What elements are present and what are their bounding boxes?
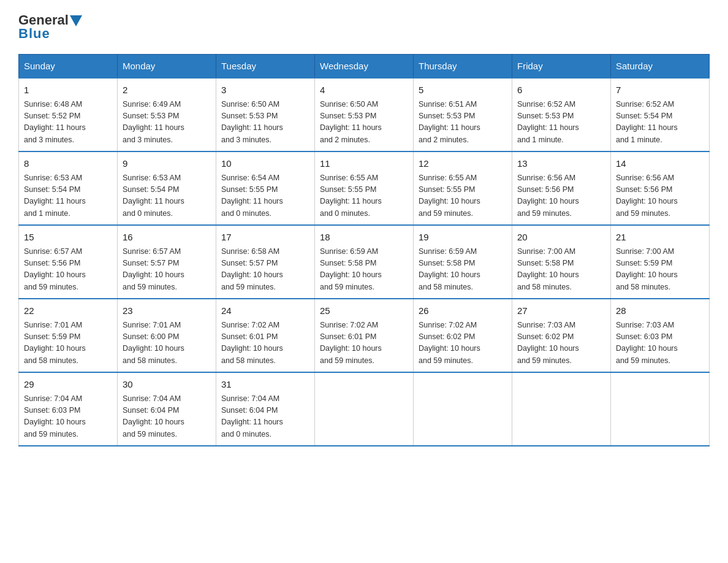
calendar-cell <box>611 372 710 446</box>
day-number: 21 <box>616 231 704 245</box>
day-number: 25 <box>320 304 408 318</box>
day-info: Sunrise: 6:55 AM Sunset: 5:55 PM Dayligh… <box>419 172 507 220</box>
day-info: Sunrise: 6:53 AM Sunset: 5:54 PM Dayligh… <box>123 172 211 220</box>
calendar-cell: 26Sunrise: 7:02 AM Sunset: 6:02 PM Dayli… <box>414 299 512 372</box>
calendar-cell: 15Sunrise: 6:57 AM Sunset: 5:56 PM Dayli… <box>19 225 118 299</box>
weekday-header-sunday: Sunday <box>19 55 118 79</box>
weekday-header-tuesday: Tuesday <box>216 55 315 79</box>
day-info: Sunrise: 6:55 AM Sunset: 5:55 PM Dayligh… <box>320 172 408 220</box>
day-info: Sunrise: 7:04 AM Sunset: 6:03 PM Dayligh… <box>24 393 112 441</box>
calendar-cell: 3Sunrise: 6:50 AM Sunset: 5:53 PM Daylig… <box>216 78 315 151</box>
day-number: 11 <box>320 157 408 171</box>
day-number: 2 <box>123 83 211 98</box>
calendar-cell: 19Sunrise: 6:59 AM Sunset: 5:58 PM Dayli… <box>414 225 512 299</box>
day-info: Sunrise: 7:02 AM Sunset: 6:01 PM Dayligh… <box>320 320 408 367</box>
day-number: 24 <box>221 304 309 318</box>
day-number: 18 <box>320 231 408 245</box>
calendar-cell: 9Sunrise: 6:53 AM Sunset: 5:54 PM Daylig… <box>118 151 216 225</box>
day-info: Sunrise: 7:03 AM Sunset: 6:02 PM Dayligh… <box>517 320 605 367</box>
logo: General Blue <box>18 12 82 42</box>
day-info: Sunrise: 7:02 AM Sunset: 6:02 PM Dayligh… <box>419 320 507 367</box>
weekday-header-friday: Friday <box>512 55 611 79</box>
calendar-cell: 13Sunrise: 6:56 AM Sunset: 5:56 PM Dayli… <box>512 151 611 225</box>
calendar-cell <box>414 372 512 446</box>
day-number: 20 <box>517 231 605 245</box>
day-number: 9 <box>123 157 211 171</box>
weekday-header-row: SundayMondayTuesdayWednesdayThursdayFrid… <box>19 55 710 79</box>
calendar-cell: 31Sunrise: 7:04 AM Sunset: 6:04 PM Dayli… <box>216 372 315 446</box>
calendar-cell: 30Sunrise: 7:04 AM Sunset: 6:04 PM Dayli… <box>118 372 216 446</box>
day-info: Sunrise: 7:01 AM Sunset: 6:00 PM Dayligh… <box>123 320 211 367</box>
day-info: Sunrise: 6:54 AM Sunset: 5:55 PM Dayligh… <box>221 172 309 220</box>
calendar-cell: 16Sunrise: 6:57 AM Sunset: 5:57 PM Dayli… <box>118 225 216 299</box>
calendar-cell: 8Sunrise: 6:53 AM Sunset: 5:54 PM Daylig… <box>19 151 118 225</box>
day-info: Sunrise: 7:00 AM Sunset: 5:58 PM Dayligh… <box>517 246 605 294</box>
day-info: Sunrise: 6:57 AM Sunset: 5:56 PM Dayligh… <box>24 246 112 294</box>
day-info: Sunrise: 6:59 AM Sunset: 5:58 PM Dayligh… <box>419 246 507 294</box>
calendar-cell: 2Sunrise: 6:49 AM Sunset: 5:53 PM Daylig… <box>118 78 216 151</box>
day-info: Sunrise: 7:04 AM Sunset: 6:04 PM Dayligh… <box>221 393 309 441</box>
calendar-cell: 25Sunrise: 7:02 AM Sunset: 6:01 PM Dayli… <box>315 299 414 372</box>
day-info: Sunrise: 6:56 AM Sunset: 5:56 PM Dayligh… <box>517 172 605 220</box>
calendar-cell: 7Sunrise: 6:52 AM Sunset: 5:54 PM Daylig… <box>611 78 710 151</box>
day-number: 6 <box>517 83 605 98</box>
day-number: 27 <box>517 304 605 318</box>
page-header: General Blue <box>18 12 710 42</box>
calendar-week-row: 1Sunrise: 6:48 AM Sunset: 5:52 PM Daylig… <box>19 78 710 151</box>
day-info: Sunrise: 7:04 AM Sunset: 6:04 PM Dayligh… <box>123 393 211 441</box>
calendar-cell: 17Sunrise: 6:58 AM Sunset: 5:57 PM Dayli… <box>216 225 315 299</box>
calendar-table: SundayMondayTuesdayWednesdayThursdayFrid… <box>18 54 710 446</box>
calendar-cell: 22Sunrise: 7:01 AM Sunset: 5:59 PM Dayli… <box>19 299 118 372</box>
day-number: 19 <box>419 231 507 245</box>
day-number: 15 <box>24 231 112 245</box>
calendar-cell: 4Sunrise: 6:50 AM Sunset: 5:53 PM Daylig… <box>315 78 414 151</box>
day-number: 23 <box>123 304 211 318</box>
day-info: Sunrise: 6:48 AM Sunset: 5:52 PM Dayligh… <box>24 99 112 147</box>
day-info: Sunrise: 6:57 AM Sunset: 5:57 PM Dayligh… <box>123 246 211 294</box>
day-number: 1 <box>24 83 112 98</box>
calendar-cell: 20Sunrise: 7:00 AM Sunset: 5:58 PM Dayli… <box>512 225 611 299</box>
day-number: 10 <box>221 157 309 171</box>
day-number: 4 <box>320 83 408 98</box>
day-info: Sunrise: 6:50 AM Sunset: 5:53 PM Dayligh… <box>320 99 408 147</box>
calendar-cell: 14Sunrise: 6:56 AM Sunset: 5:56 PM Dayli… <box>611 151 710 225</box>
day-number: 30 <box>123 378 211 392</box>
day-number: 29 <box>24 378 112 392</box>
day-info: Sunrise: 7:02 AM Sunset: 6:01 PM Dayligh… <box>221 320 309 367</box>
day-info: Sunrise: 6:58 AM Sunset: 5:57 PM Dayligh… <box>221 246 309 294</box>
day-info: Sunrise: 6:56 AM Sunset: 5:56 PM Dayligh… <box>616 172 704 220</box>
calendar-cell: 10Sunrise: 6:54 AM Sunset: 5:55 PM Dayli… <box>216 151 315 225</box>
day-info: Sunrise: 6:53 AM Sunset: 5:54 PM Dayligh… <box>24 172 112 220</box>
logo-triangle-icon <box>70 15 82 26</box>
day-info: Sunrise: 6:52 AM Sunset: 5:54 PM Dayligh… <box>616 99 704 147</box>
calendar-week-row: 8Sunrise: 6:53 AM Sunset: 5:54 PM Daylig… <box>19 151 710 225</box>
day-number: 8 <box>24 157 112 171</box>
calendar-cell: 11Sunrise: 6:55 AM Sunset: 5:55 PM Dayli… <box>315 151 414 225</box>
day-number: 12 <box>419 157 507 171</box>
calendar-week-row: 15Sunrise: 6:57 AM Sunset: 5:56 PM Dayli… <box>19 225 710 299</box>
calendar-cell: 12Sunrise: 6:55 AM Sunset: 5:55 PM Dayli… <box>414 151 512 225</box>
calendar-cell <box>512 372 611 446</box>
calendar-cell: 1Sunrise: 6:48 AM Sunset: 5:52 PM Daylig… <box>19 78 118 151</box>
logo-blue-text: Blue <box>18 26 50 42</box>
day-info: Sunrise: 6:52 AM Sunset: 5:53 PM Dayligh… <box>517 99 605 147</box>
weekday-header-monday: Monday <box>118 55 216 79</box>
day-number: 3 <box>221 83 309 98</box>
day-number: 26 <box>419 304 507 318</box>
day-number: 28 <box>616 304 704 318</box>
weekday-header-saturday: Saturday <box>611 55 710 79</box>
calendar-cell: 6Sunrise: 6:52 AM Sunset: 5:53 PM Daylig… <box>512 78 611 151</box>
day-info: Sunrise: 6:49 AM Sunset: 5:53 PM Dayligh… <box>123 99 211 147</box>
weekday-header-wednesday: Wednesday <box>315 55 414 79</box>
day-info: Sunrise: 6:59 AM Sunset: 5:58 PM Dayligh… <box>320 246 408 294</box>
calendar-cell: 27Sunrise: 7:03 AM Sunset: 6:02 PM Dayli… <box>512 299 611 372</box>
day-info: Sunrise: 7:00 AM Sunset: 5:59 PM Dayligh… <box>616 246 704 294</box>
day-info: Sunrise: 6:51 AM Sunset: 5:53 PM Dayligh… <box>419 99 507 147</box>
day-number: 5 <box>419 83 507 98</box>
day-info: Sunrise: 6:50 AM Sunset: 5:53 PM Dayligh… <box>221 99 309 147</box>
day-info: Sunrise: 7:01 AM Sunset: 5:59 PM Dayligh… <box>24 320 112 367</box>
calendar-cell: 18Sunrise: 6:59 AM Sunset: 5:58 PM Dayli… <box>315 225 414 299</box>
day-number: 17 <box>221 231 309 245</box>
calendar-cell: 24Sunrise: 7:02 AM Sunset: 6:01 PM Dayli… <box>216 299 315 372</box>
calendar-cell: 5Sunrise: 6:51 AM Sunset: 5:53 PM Daylig… <box>414 78 512 151</box>
